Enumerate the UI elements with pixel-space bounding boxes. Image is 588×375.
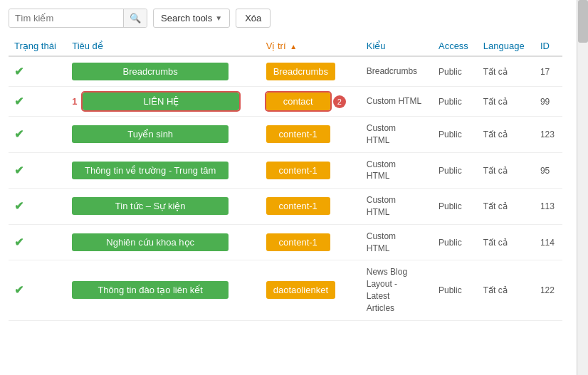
cell-type: News Blog Layout - Latest Articles [361, 260, 433, 320]
position-badge[interactable]: contact [266, 93, 330, 110]
col-position[interactable]: Vị trí ▲ [261, 36, 361, 56]
title-button[interactable]: Thông tin về trường - Trung tâm [72, 162, 229, 179]
position-badge[interactable]: Breadcrumbs [266, 63, 335, 80]
cell-id: 113 [535, 189, 562, 225]
id-text: 122 [540, 285, 555, 295]
access-text: Public [439, 97, 462, 107]
language-text: Tất cả [483, 67, 508, 77]
cell-access: Public [433, 189, 478, 225]
position-badge[interactable]: daotaolienket [266, 281, 335, 299]
cell-language: Tất cả [478, 152, 535, 189]
position-badge[interactable]: content-1 [266, 125, 330, 143]
type-text: Custom HTML [367, 123, 396, 145]
cell-language: Tất cả [478, 260, 535, 320]
table-row: ✔Thông tin về trường - Trung tâmcontent-… [9, 152, 562, 189]
table-row: ✔Nghiên cứu khoa họccontent-1Custom HTML… [9, 224, 562, 260]
check-icon: ✔ [14, 164, 23, 176]
cell-position: contact2 [261, 87, 361, 117]
cell-position: content-1 [261, 189, 361, 225]
title-button[interactable]: Tin tức – Sự kiện [72, 197, 229, 215]
cell-status: ✔ [9, 117, 66, 153]
check-icon: ✔ [14, 200, 23, 212]
cell-id: 95 [535, 152, 562, 189]
language-text: Tất cả [483, 201, 508, 211]
delete-button[interactable]: Xóa [236, 9, 271, 28]
toolbar: 🔍 Search tools ▼ Xóa [9, 9, 562, 28]
cell-type: Custom HTML [361, 87, 433, 117]
title-button[interactable]: Nghiên cứu khoa học [72, 233, 229, 251]
cell-title: Breadcrumbs [66, 56, 261, 87]
access-text: Public [439, 67, 462, 77]
table-row: ✔Tuyển sinhcontent-1Custom HTMLPublicTất… [9, 117, 562, 153]
cell-language: Tất cả [478, 56, 535, 87]
access-text: Public [439, 285, 462, 295]
id-text: 99 [540, 97, 550, 107]
access-text: Public [439, 130, 462, 139]
sort-arrow-icon: ▲ [290, 43, 297, 51]
cell-access: Public [433, 56, 478, 87]
table-row: ✔Thông tin đào tạo liên kếtdaotaolienket… [9, 260, 562, 320]
search-box: 🔍 [9, 9, 147, 28]
scrollbar[interactable] [577, 0, 588, 375]
cell-type: Breadcrumbs [361, 56, 433, 87]
delete-label: Xóa [245, 13, 261, 23]
page-wrapper: 🔍 Search tools ▼ Xóa Trạng thái Tiêu đề … [0, 0, 588, 375]
language-text: Tất cả [483, 130, 508, 139]
cell-id: 123 [535, 117, 562, 153]
check-icon: ✔ [14, 128, 23, 140]
language-text: Tất cả [483, 97, 508, 107]
id-text: 113 [540, 201, 555, 211]
search-input[interactable] [9, 9, 123, 27]
cell-status: ✔ [9, 152, 66, 189]
cell-title: Tuyển sinh [66, 117, 261, 153]
table-row: ✔1LIÊN HỆcontact2Custom HTMLPublicTất cả… [9, 87, 562, 117]
access-text: Public [439, 238, 462, 248]
position-badge[interactable]: content-1 [266, 197, 330, 215]
language-text: Tất cả [483, 238, 508, 248]
search-tools-button[interactable]: Search tools ▼ [153, 9, 230, 28]
cell-position: Breadcrumbs [261, 56, 361, 87]
type-text: Custom HTML [367, 96, 421, 106]
title-button[interactable]: LIÊN HỆ [83, 93, 239, 110]
cell-position: content-1 [261, 152, 361, 189]
cell-id: 122 [535, 260, 562, 320]
type-text: Custom HTML [367, 195, 396, 217]
type-text: Custom HTML [367, 159, 396, 181]
check-icon: ✔ [14, 284, 23, 296]
cell-title: Tin tức – Sự kiện [66, 189, 261, 225]
cell-id: 114 [535, 224, 562, 260]
type-text: News Blog Layout - Latest Articles [367, 267, 407, 312]
cell-position: daotaolienket [261, 260, 361, 320]
modules-table: Trạng thái Tiêu đề Vị trí ▲ Kiểu Access … [9, 36, 562, 321]
search-tools-label: Search tools [161, 13, 212, 23]
cell-type: Custom HTML [361, 189, 433, 225]
title-button[interactable]: Thông tin đào tạo liên kết [72, 281, 229, 299]
cell-language: Tất cả [478, 224, 535, 260]
search-tools-arrow-icon: ▼ [215, 14, 222, 22]
search-button[interactable]: 🔍 [123, 9, 147, 27]
position-badge[interactable]: content-1 [266, 162, 330, 179]
check-icon: ✔ [14, 236, 23, 248]
cell-title: 1LIÊN HỆ [66, 87, 261, 117]
title-button[interactable]: Breadcrumbs [72, 63, 229, 80]
id-text: 114 [540, 238, 555, 248]
table-header-row: Trạng thái Tiêu đề Vị trí ▲ Kiểu Access … [9, 36, 562, 56]
access-text: Public [439, 166, 462, 176]
id-text: 95 [540, 166, 550, 176]
cell-title: Thông tin đào tạo liên kết [66, 260, 261, 320]
table-body: ✔BreadcrumbsBreadcrumbsBreadcrumbsPublic… [9, 56, 562, 320]
cell-access: Public [433, 260, 478, 320]
position-badge[interactable]: content-1 [266, 233, 330, 251]
cell-title: Thông tin về trường - Trung tâm [66, 152, 261, 189]
check-icon: ✔ [14, 95, 23, 107]
cell-language: Tất cả [478, 117, 535, 153]
col-language: Language [478, 36, 535, 56]
cell-type: Custom HTML [361, 224, 433, 260]
cell-access: Public [433, 224, 478, 260]
cell-position: content-1 [261, 117, 361, 153]
scrollbar-thumb[interactable] [578, 0, 588, 43]
cell-language: Tất cả [478, 189, 535, 225]
row-number: 1 [72, 96, 77, 107]
title-button[interactable]: Tuyển sinh [72, 125, 229, 143]
check-icon: ✔ [14, 65, 23, 78]
